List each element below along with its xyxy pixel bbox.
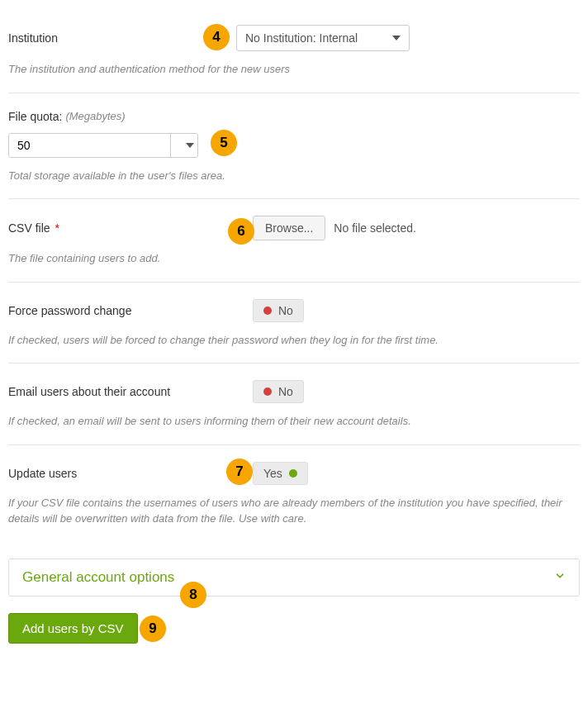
email-users-group: Email users about their account No If ch…	[8, 364, 580, 445]
institution-help: The institution and authentication metho…	[8, 61, 580, 78]
add-users-by-csv-button[interactable]: Add users by CSV	[8, 613, 138, 644]
force-password-help: If checked, users will be forced to chan…	[8, 332, 580, 349]
badge-6: 6	[228, 218, 254, 245]
force-password-group: Force password change No If checked, use…	[8, 283, 580, 364]
update-users-toggle[interactable]: Yes	[253, 462, 308, 485]
csv-file-help: The file containing users to add.	[8, 250, 580, 267]
status-dot-on-icon	[289, 469, 297, 478]
status-dot-off-icon	[263, 307, 272, 315]
force-password-value: No	[278, 304, 293, 317]
general-account-options-accordion[interactable]: General account options	[8, 559, 580, 597]
email-users-value: No	[278, 385, 293, 398]
badge-9: 9	[140, 616, 166, 642]
browse-button[interactable]: Browse...	[253, 216, 325, 240]
file-quota-combo[interactable]	[8, 133, 198, 158]
institution-select[interactable]: No Institution: Internal	[236, 25, 410, 51]
institution-label: Institution	[8, 31, 231, 45]
submit-row: 9 Add users by CSV	[8, 613, 580, 644]
file-quota-group: 5 File quota: (Megabytes) Total storage …	[8, 93, 580, 200]
email-users-toggle[interactable]: No	[253, 380, 304, 403]
status-dot-off-icon	[263, 387, 272, 396]
file-quota-label: File quota:	[8, 110, 62, 123]
update-users-value: Yes	[263, 467, 282, 480]
update-users-label: Update users	[8, 467, 253, 480]
force-password-toggle[interactable]: No	[253, 299, 304, 322]
update-users-group: 7 Update users Yes If your CSV file cont…	[8, 445, 580, 542]
file-status: No file selected.	[334, 221, 416, 235]
institution-group: 4 Institution No Institution: Internal T…	[8, 8, 580, 93]
badge-7: 7	[226, 459, 253, 485]
institution-selected-value: No Institution: Internal	[245, 31, 358, 45]
required-indicator: *	[55, 221, 59, 235]
accordion-title: General account options	[22, 569, 174, 586]
chevron-down-icon	[554, 570, 566, 585]
badge-5: 5	[211, 130, 237, 156]
file-quota-dropdown-toggle[interactable]	[171, 134, 197, 157]
csv-file-group: 6 CSV file * Browse... No file selected.…	[8, 199, 580, 283]
update-users-help: If your CSV file contains the usernames …	[8, 495, 580, 527]
badge-4: 4	[203, 24, 230, 50]
chevron-down-icon	[392, 36, 401, 40]
email-users-help: If checked, an email will be sent to use…	[8, 413, 580, 430]
file-quota-input[interactable]	[9, 134, 171, 157]
file-quota-help: Total storage available in the user's fi…	[8, 168, 580, 184]
csv-file-label: CSV file	[8, 221, 50, 235]
force-password-label: Force password change	[8, 304, 253, 317]
chevron-down-icon	[186, 143, 194, 148]
file-quota-suffix: (Megabytes)	[65, 110, 125, 122]
badge-8: 8	[180, 582, 206, 608]
csv-file-label-row: CSV file *	[8, 221, 253, 235]
email-users-label: Email users about their account	[8, 385, 253, 398]
